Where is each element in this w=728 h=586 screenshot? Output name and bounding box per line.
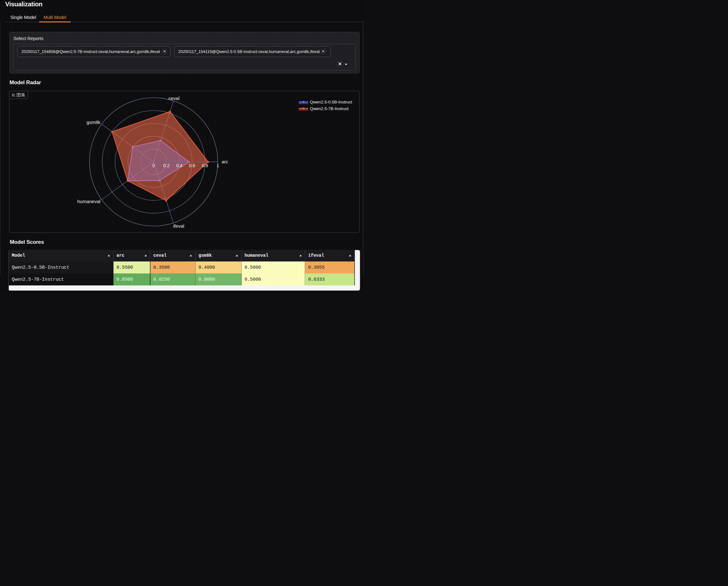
svg-text:Qwen2.5-7B-Instruct: Qwen2.5-7B-Instruct (310, 106, 349, 111)
svg-text:Qwen2.5-0.5B-Instruct: Qwen2.5-0.5B-Instruct (310, 100, 352, 104)
